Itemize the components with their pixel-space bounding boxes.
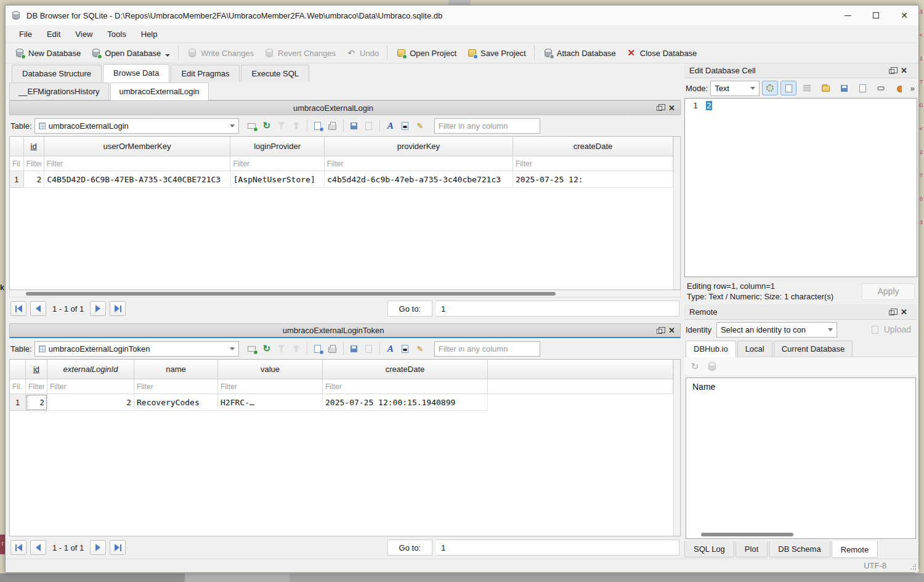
- remote-title-bar[interactable]: Remote ✕: [684, 305, 917, 320]
- remote-database-list[interactable]: Name: [686, 378, 916, 539]
- col-header-value[interactable]: value: [218, 360, 323, 379]
- clear-filters-icon[interactable]: [276, 120, 287, 131]
- last-page-button[interactable]: [110, 301, 126, 316]
- float-panel-icon[interactable]: [657, 106, 662, 111]
- filter-cell[interactable]: [513, 156, 673, 171]
- write-changes-button[interactable]: Write Changes: [182, 45, 259, 61]
- col-header-createdate[interactable]: createDate: [513, 137, 673, 156]
- attach-database-button[interactable]: Attach Database: [538, 45, 621, 61]
- float-panel-icon[interactable]: [889, 69, 894, 74]
- revert-changes-button[interactable]: Revert Changes: [259, 45, 341, 61]
- close-panel-icon[interactable]: ✕: [668, 103, 675, 113]
- panel2-filter-input[interactable]: [434, 341, 540, 357]
- cell-name[interactable]: RecoveryCodes: [134, 394, 218, 411]
- cell-id-selected[interactable]: 2: [26, 394, 47, 411]
- tab-db-schema[interactable]: DB Schema: [769, 541, 830, 557]
- menu-tools[interactable]: Tools: [100, 27, 133, 41]
- col-header-id[interactable]: id: [26, 360, 47, 379]
- list-column-name[interactable]: Name: [686, 378, 915, 395]
- filter-cell[interactable]: [10, 379, 25, 394]
- new-database-button[interactable]: New Database: [9, 45, 86, 61]
- tab-remote[interactable]: Remote: [832, 541, 878, 558]
- previous-page-button[interactable]: [30, 301, 46, 316]
- filter-options-icon[interactable]: [291, 343, 302, 354]
- cell-id[interactable]: 2: [24, 171, 45, 188]
- horizontal-scrollbar[interactable]: [687, 532, 914, 537]
- refresh-remote-icon[interactable]: ↻: [689, 361, 700, 372]
- col-header-loginprovider[interactable]: loginProvider: [230, 137, 324, 156]
- col-header-providerkey[interactable]: providerKey: [325, 137, 513, 156]
- next-page-button[interactable]: [90, 301, 106, 316]
- panel1-table-select[interactable]: umbracoExternalLogin: [34, 118, 239, 134]
- filter-cell[interactable]: [24, 156, 44, 171]
- cell-editor[interactable]: 1 2: [684, 98, 917, 277]
- float-panel-icon[interactable]: [889, 310, 894, 315]
- tab-execute-sql[interactable]: Execute SQL: [241, 65, 309, 82]
- filter-cell[interactable]: [325, 156, 513, 171]
- import-icon[interactable]: [349, 120, 360, 131]
- copy-link-icon[interactable]: [873, 81, 889, 95]
- print-icon[interactable]: [327, 120, 338, 131]
- apply-button[interactable]: Apply: [862, 283, 915, 300]
- identity-select[interactable]: Select an identity to con: [716, 322, 837, 337]
- menu-view[interactable]: View: [68, 27, 100, 41]
- goto-button[interactable]: Go to:: [387, 540, 432, 556]
- open-database-button[interactable]: Open Database: [86, 45, 175, 61]
- vertical-scrollbar[interactable]: [673, 360, 680, 536]
- filter-cell[interactable]: [134, 379, 217, 394]
- save-project-button[interactable]: Save Project: [461, 45, 531, 61]
- text-view-icon[interactable]: [780, 81, 796, 95]
- maximize-button[interactable]: [862, 6, 890, 25]
- cell-createdate[interactable]: 2025-07-25 12:00:15.1940899: [323, 394, 488, 411]
- new-record-icon[interactable]: [246, 343, 257, 354]
- edit-cell-icon[interactable]: ✎: [415, 120, 426, 131]
- tab-dbhub[interactable]: DBHub.io: [686, 341, 736, 357]
- open-project-button[interactable]: Open Project: [391, 45, 461, 61]
- cell-externalloginid[interactable]: 2: [47, 394, 134, 411]
- last-page-button[interactable]: [110, 540, 126, 555]
- first-page-button[interactable]: [10, 301, 26, 316]
- col-header-createdate[interactable]: createDate: [323, 360, 488, 379]
- edit-cell-title-bar[interactable]: Edit Database Cell ✕: [684, 63, 917, 78]
- undo-button[interactable]: ↶ Undo: [341, 45, 384, 61]
- filter-cell[interactable]: [218, 379, 322, 394]
- tab-edit-pragmas[interactable]: Edit Pragmas: [171, 65, 240, 82]
- filter-options-icon[interactable]: [291, 120, 302, 131]
- mode-select[interactable]: Text: [710, 81, 760, 96]
- tab-browse-data[interactable]: Browse Data: [103, 64, 169, 83]
- import-data-icon[interactable]: [817, 81, 833, 95]
- partial-icon[interactable]: [891, 81, 907, 95]
- previous-page-button[interactable]: [30, 540, 46, 555]
- upload-button[interactable]: Upload: [865, 322, 916, 337]
- horizontal-scrollbar[interactable]: [9, 290, 681, 297]
- tab-sql-log[interactable]: SQL Log: [684, 541, 734, 557]
- export-data-icon[interactable]: [836, 81, 852, 95]
- filter-cell[interactable]: [47, 379, 134, 394]
- menu-file[interactable]: File: [12, 27, 39, 41]
- close-button[interactable]: ✕: [890, 6, 918, 25]
- first-page-button[interactable]: [10, 540, 26, 555]
- panel1-title-bar[interactable]: umbracoExternalLogin ✕: [9, 100, 681, 115]
- filter-cell[interactable]: [10, 156, 23, 171]
- goto-button[interactable]: Go to:: [387, 301, 432, 317]
- filter-cell[interactable]: [323, 379, 487, 394]
- word-wrap-icon[interactable]: [799, 81, 815, 95]
- panel2-title-bar[interactable]: umbracoExternalLoginToken ✕: [9, 323, 681, 338]
- tab-current-database[interactable]: Current Database: [774, 341, 853, 357]
- menu-edit[interactable]: Edit: [39, 27, 68, 41]
- tab-efmigrationshistory[interactable]: __EFMigrationsHistory: [9, 83, 109, 100]
- col-header-externalloginid[interactable]: externalLoginId: [47, 360, 134, 379]
- col-header-id[interactable]: id: [24, 137, 44, 156]
- tab-umbracoexternallogin[interactable]: umbracoExternalLogin: [110, 83, 209, 100]
- font-icon[interactable]: A: [385, 120, 396, 131]
- panel2-table-select[interactable]: umbracoExternalLoginToken: [34, 341, 239, 357]
- import-icon[interactable]: [349, 343, 360, 354]
- minimize-button[interactable]: [833, 6, 862, 25]
- font-icon[interactable]: A: [385, 343, 396, 354]
- filter-cell[interactable]: [230, 156, 323, 171]
- clone-database-icon[interactable]: [707, 361, 718, 372]
- open-in-app-icon[interactable]: [854, 81, 870, 95]
- cell-value[interactable]: H2FRC-…: [218, 394, 323, 411]
- cell-loginprovider[interactable]: [AspNetUserStore]: [231, 171, 325, 188]
- goto-input[interactable]: [436, 540, 679, 556]
